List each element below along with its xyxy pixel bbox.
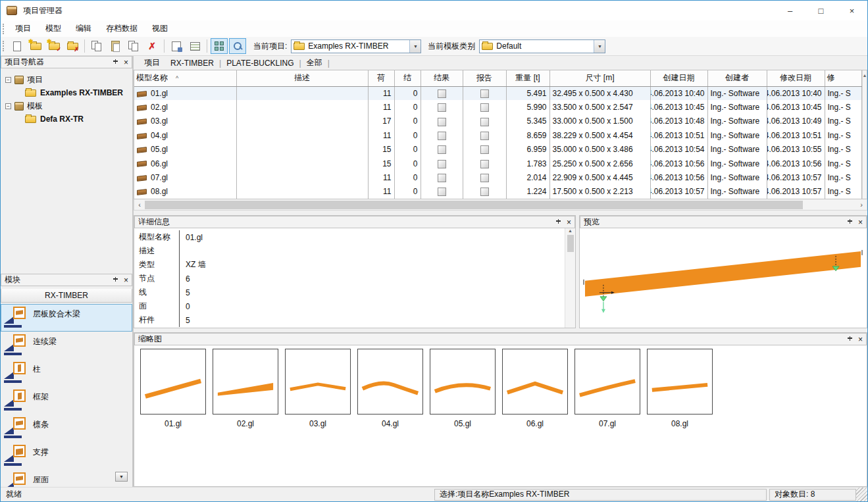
results-checkbox[interactable]: [438, 174, 446, 182]
minimize-button[interactable]: –: [775, 1, 805, 20]
module-item-frame[interactable]: 框架: [1, 387, 132, 414]
report-checkbox[interactable]: [480, 118, 489, 126]
module-item-purlin[interactable]: 檩条: [1, 414, 132, 442]
paste-button[interactable]: [107, 38, 124, 54]
modules-group-header[interactable]: RX-TIMBER: [1, 289, 132, 303]
table-row[interactable]: 02.gl 11 0 5.990 33.500 x 0.500 x 2.547 …: [134, 100, 861, 114]
collapse-icon[interactable]: −: [5, 77, 11, 83]
thumbnail-item[interactable]: 07.gl: [574, 349, 640, 428]
details-view-toggle[interactable]: [229, 38, 246, 54]
results-checkbox[interactable]: [438, 160, 446, 168]
maximize-button[interactable]: □: [805, 1, 836, 20]
menu-view[interactable]: 视图: [145, 20, 175, 37]
column-header-result-cases[interactable]: 结: [394, 70, 421, 86]
thumbnail-item[interactable]: 03.gl: [285, 349, 351, 428]
tree-node-templates[interactable]: − 模板: [1, 99, 132, 113]
edit-project-button[interactable]: ✗: [64, 38, 81, 54]
close-icon[interactable]: ×: [567, 218, 571, 226]
dropdown-arrow-icon[interactable]: ▼: [594, 40, 605, 53]
delete-button[interactable]: ✗: [143, 38, 161, 54]
table-vertical-scrollbar[interactable]: ▲: [862, 70, 867, 199]
modules-scroll-down-button[interactable]: ▼: [115, 472, 128, 482]
thumbnail-item[interactable]: 08.gl: [647, 349, 713, 428]
tab-project[interactable]: 项目: [139, 57, 165, 68]
column-header-created[interactable]: 创建日期: [650, 70, 707, 86]
results-checkbox[interactable]: [438, 132, 446, 140]
thumbnail-item[interactable]: 01.gl: [140, 349, 206, 428]
thumbnail-item[interactable]: 05.gl: [430, 349, 496, 428]
column-header-creator[interactable]: 创建者: [707, 70, 767, 86]
column-header-modifier[interactable]: 修: [825, 70, 861, 86]
column-header-model-name[interactable]: 模型名称^: [134, 70, 236, 86]
module-item-continuous-beam[interactable]: 连续梁: [1, 332, 132, 359]
template-category-combobox[interactable]: Default ▼: [479, 39, 605, 53]
scroll-left-icon[interactable]: ‹: [134, 200, 145, 210]
module-item-bracing[interactable]: 支撑: [1, 442, 132, 470]
pin-icon[interactable]: [847, 218, 853, 226]
module-item-roof[interactable]: 屋面: [1, 470, 132, 487]
connect-network-button[interactable]: [168, 38, 185, 54]
report-checkbox[interactable]: [480, 145, 489, 154]
close-icon[interactable]: ×: [124, 276, 128, 284]
results-checkbox[interactable]: [438, 103, 446, 112]
tree-node-projects[interactable]: − 项目: [1, 73, 132, 86]
column-header-results[interactable]: 结果: [421, 70, 463, 86]
column-header-size[interactable]: 尺寸 [m]: [549, 70, 650, 86]
module-item-column[interactable]: 柱: [1, 359, 132, 387]
scroll-up-icon[interactable]: ▲: [568, 228, 573, 233]
preview-viewport[interactable]: [580, 228, 867, 328]
table-row[interactable]: 03.gl 17 0 5.345 33.000 x 0.500 x 1.500 …: [134, 114, 861, 128]
results-checkbox[interactable]: [438, 118, 446, 126]
report-checkbox[interactable]: [480, 132, 489, 140]
column-header-description[interactable]: 描述: [236, 70, 368, 86]
results-checkbox[interactable]: [438, 145, 446, 154]
report-checkbox[interactable]: [480, 89, 489, 98]
tiles-view-toggle[interactable]: [211, 38, 228, 54]
menu-edit[interactable]: 编辑: [68, 20, 99, 37]
details-vertical-scrollbar[interactable]: ▲: [565, 228, 575, 328]
table-row[interactable]: 04.gl 11 0 8.659 38.229 x 0.500 x 4.454 …: [134, 128, 861, 142]
scrollbar-thumb[interactable]: [567, 235, 574, 252]
scroll-right-icon[interactable]: ›: [856, 200, 867, 210]
copy-button[interactable]: [88, 38, 105, 54]
menu-grip[interactable]: [3, 24, 5, 34]
report-checkbox[interactable]: [480, 160, 489, 168]
tab-rx-timber[interactable]: RX-TIMBER: [165, 59, 219, 68]
pin-icon[interactable]: [113, 276, 118, 284]
column-header-weight[interactable]: 重量 [t]: [506, 70, 549, 86]
open-project-button[interactable]: ✱✓: [45, 38, 63, 54]
pin-icon[interactable]: [847, 336, 853, 343]
tab-all[interactable]: 全部: [301, 57, 328, 68]
table-horizontal-scrollbar[interactable]: ‹ ›: [134, 199, 867, 211]
scroll-up-icon[interactable]: ▲: [863, 70, 867, 80]
tree-item-default-template[interactable]: Defa RX-TR: [1, 113, 132, 126]
tree-item-examples-rx-timber[interactable]: Examples RX-TIMBER: [1, 86, 132, 99]
report-checkbox[interactable]: [480, 188, 489, 196]
table-row[interactable]: 07.gl 11 0 2.014 22.909 x 0.500 x 4.445 …: [134, 170, 861, 184]
module-item-glulam-beam[interactable]: 层板胶合木梁: [1, 304, 132, 332]
column-header-load-cases[interactable]: 荷: [368, 70, 394, 86]
close-icon[interactable]: ×: [124, 59, 128, 66]
thumbnail-item[interactable]: 04.gl: [357, 349, 423, 428]
report-checkbox[interactable]: [480, 103, 489, 112]
report-checkbox[interactable]: [480, 174, 489, 182]
thumbnail-item[interactable]: 06.gl: [502, 349, 568, 428]
dropdown-arrow-icon[interactable]: ▼: [409, 40, 421, 53]
new-project-button[interactable]: ✱: [27, 38, 44, 54]
results-checkbox[interactable]: [438, 89, 446, 98]
thumbnail-item[interactable]: 02.gl: [213, 349, 278, 428]
close-icon[interactable]: ×: [858, 218, 863, 226]
close-button[interactable]: ×: [836, 1, 867, 20]
scrollbar-thumb[interactable]: [145, 201, 803, 209]
new-model-button[interactable]: [9, 38, 26, 54]
table-row[interactable]: 06.gl 15 0 1.783 25.250 x 0.500 x 2.656 …: [134, 157, 861, 170]
collapse-icon[interactable]: −: [5, 103, 11, 109]
menu-project[interactable]: 项目: [8, 20, 38, 37]
resize-grip[interactable]: [856, 488, 867, 501]
copy-special-button[interactable]: [125, 38, 142, 54]
close-icon[interactable]: ×: [858, 336, 863, 343]
archive-button[interactable]: [186, 38, 203, 54]
menu-archive-data[interactable]: 存档数据: [99, 20, 145, 37]
pin-icon[interactable]: [113, 59, 118, 66]
table-row[interactable]: 08.gl 11 0 1.224 17.500 x 0.500 x 2.213 …: [134, 185, 861, 199]
